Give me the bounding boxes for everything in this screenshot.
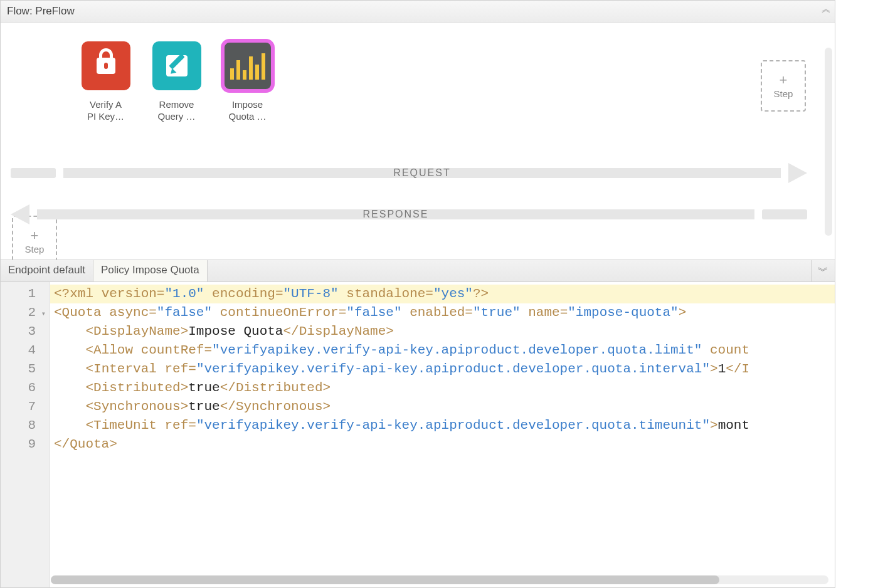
line-number: 1 — [1, 285, 50, 303]
code-line[interactable]: <Quota async="false" continueOnError="fa… — [50, 303, 835, 322]
line-number: 3 — [1, 322, 50, 341]
flow-header: Flow: PreFlow ︽ — [1, 1, 835, 23]
line-number-gutter: 123456789 — [1, 282, 50, 588]
code-line[interactable]: <Synchronous>true</Synchronous> — [50, 397, 835, 416]
code-line[interactable]: <Allow countRef="verifyapikey.verify-api… — [50, 341, 835, 360]
code-line[interactable]: <Distributed>true</Distributed> — [50, 379, 835, 397]
code-line[interactable]: </Quota> — [50, 435, 835, 454]
line-number: 2 — [1, 303, 50, 322]
collapse-flow-icon[interactable]: ︽ — [822, 3, 831, 15]
pencil-icon — [152, 41, 201, 90]
code-line[interactable]: <TimeUnit ref="verifyapikey.verify-api-k… — [50, 416, 835, 435]
policy-label: Query … — [147, 111, 206, 123]
tab-endpoint-default[interactable]: Endpoint default — [1, 260, 93, 281]
bar-chart-icon — [223, 41, 272, 90]
code-editor[interactable]: 123456789 <?xml version="1.0" encoding="… — [1, 282, 835, 588]
line-number: 9 — [1, 435, 50, 454]
flow-vertical-scrollbar[interactable] — [825, 48, 832, 236]
response-label: RESPONSE — [363, 209, 429, 220]
arrow-right-icon — [788, 163, 807, 183]
policy-remove-query[interactable]: Remove Query … — [147, 41, 206, 123]
policy-label: PI Key… — [76, 111, 135, 123]
policy-label: Impose — [218, 99, 277, 111]
add-step-label: Step — [25, 244, 45, 255]
expand-editor-icon[interactable]: ︾ — [811, 260, 835, 281]
line-number: 7 — [1, 397, 50, 416]
code-area[interactable]: <?xml version="1.0" encoding="UTF-8" sta… — [50, 282, 835, 588]
arrow-left-icon — [11, 204, 29, 224]
policy-impose-quota[interactable]: Impose Quota … — [218, 41, 277, 123]
policy-row: Verify A PI Key… Remove Query … — [1, 23, 835, 123]
plus-icon: + — [31, 229, 39, 243]
line-number: 6 — [1, 379, 50, 397]
policy-label: Remove — [147, 99, 206, 111]
line-number: 5 — [1, 360, 50, 379]
tab-policy-impose-quota[interactable]: Policy Impose Quota — [93, 260, 208, 281]
editor-window: Flow: PreFlow ︽ Verify A PI Key… Remove … — [0, 0, 835, 588]
line-number: 8 — [1, 416, 50, 435]
request-lane: REQUEST — [11, 163, 807, 183]
request-label: REQUEST — [393, 167, 450, 179]
line-number: 4 — [1, 341, 50, 360]
add-step-label: Step — [774, 88, 793, 99]
add-step-request-button[interactable]: + Step — [761, 60, 806, 112]
flow-canvas: Verify A PI Key… Remove Query … — [1, 23, 835, 260]
code-horizontal-scrollbar[interactable] — [51, 575, 828, 584]
editor-tabs: Endpoint default Policy Impose Quota ︾ — [1, 260, 835, 282]
policy-label: Quota … — [218, 111, 277, 123]
code-line[interactable]: <?xml version="1.0" encoding="UTF-8" sta… — [50, 285, 835, 303]
lock-icon — [82, 41, 130, 90]
flow-title: Flow: PreFlow — [7, 5, 75, 18]
policy-verify-api-key[interactable]: Verify A PI Key… — [76, 41, 135, 123]
scrollbar-thumb[interactable] — [51, 575, 719, 584]
response-lane: RESPONSE — [11, 204, 807, 224]
policy-label: Verify A — [76, 99, 135, 111]
code-line[interactable]: <DisplayName>Impose Quota</DisplayName> — [50, 322, 835, 341]
code-line[interactable]: <Interval ref="verifyapikey.verify-api-k… — [50, 360, 835, 379]
plus-icon: + — [780, 73, 788, 87]
